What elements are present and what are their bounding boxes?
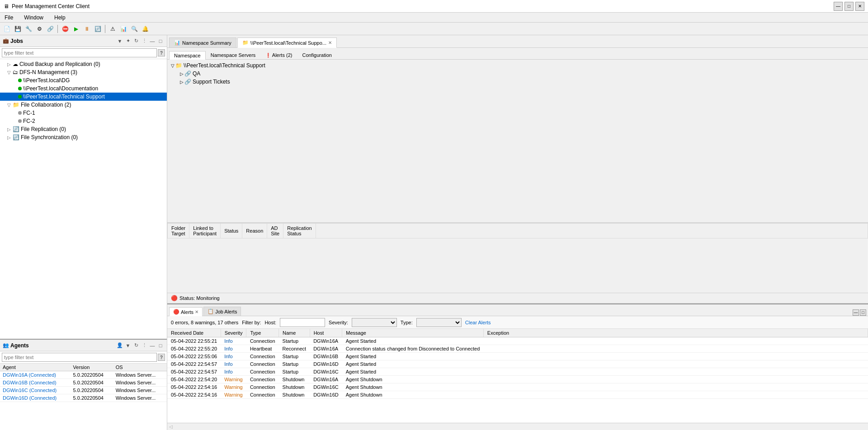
jobs-search-help[interactable]: ? — [158, 49, 165, 56]
ns-root-item[interactable]: ▽ 📁 \\PeerTest.local\Technical Support — [169, 61, 866, 70]
alerts-tab-alerts[interactable]: 🔴 Alerts ✕ — [169, 307, 203, 316]
alerts-tab-bar: 🔴 Alerts ✕ 📋 Job Alerts — □ — [167, 304, 868, 316]
menu-window[interactable]: Window — [21, 14, 46, 22]
alerts-hscroll[interactable]: ◁ — [167, 423, 868, 430]
severity-filter-select[interactable] — [352, 318, 397, 327]
content-tab-ns-servers[interactable]: Namespace Servers — [206, 51, 261, 59]
jobs-minimize-icon[interactable]: — — [149, 37, 156, 45]
toolbar-btn-5[interactable]: 🔗 — [45, 24, 55, 34]
tree-item-dg[interactable]: \\PeerTest.local\DG — [0, 76, 167, 84]
agents-col-version: Version — [71, 364, 113, 371]
alert-row[interactable]: 05-04-2022 22:55:21 Info Connection Star… — [167, 337, 868, 345]
alerts-col-severity: Severity — [221, 329, 246, 337]
toolbar-btn-4[interactable]: ⚙ — [34, 24, 44, 34]
agents-icon-add[interactable]: 👤 — [116, 342, 123, 349]
alert-icon: ❗ — [265, 53, 271, 58]
tree-item-fc2[interactable]: FC-2 — [0, 117, 167, 125]
alert-type: Connection — [246, 337, 279, 345]
alert-row[interactable]: 05-04-2022 22:55:20 Info Heartbeat Recon… — [167, 345, 868, 353]
toolbar-btn-2[interactable]: 💾 — [13, 24, 23, 34]
tree-item-cloud[interactable]: ▷ ☁ Cloud Backup and Replication (0) — [0, 60, 167, 68]
ns-qa-item[interactable]: ▷ 🔗 QA — [169, 70, 866, 78]
toolbar-btn-13[interactable]: 🔔 — [140, 24, 150, 34]
maximize-button[interactable]: □ — [844, 2, 854, 11]
alert-exception — [483, 337, 868, 345]
agent-name-cell[interactable]: DGWin16D (Connected) — [0, 394, 71, 402]
tab-namespace-summary[interactable]: 📊 Namespace Summary — [169, 37, 236, 47]
alert-row[interactable]: 05-04-2022 22:54:16 Warning Connection S… — [167, 383, 868, 391]
clear-alerts-link[interactable]: Clear Alerts — [465, 320, 491, 325]
toolbar-btn-3[interactable]: 🔧 — [24, 24, 33, 34]
agents-filter-icon[interactable]: ▼ — [124, 342, 132, 349]
ns-tickets-item[interactable]: ▷ 🔗 Support Tickets — [169, 78, 866, 86]
alerts-maximize[interactable]: □ — [860, 309, 866, 316]
toolbar-btn-1[interactable]: 📄 — [2, 24, 12, 34]
tree-item-fc[interactable]: ▽ 📁 File Collaboration (2) — [0, 101, 167, 109]
agent-row[interactable]: DGWin16D (Connected) 5.0.20220504 Window… — [0, 394, 167, 402]
close-button[interactable]: ✕ — [855, 2, 864, 11]
tab-techsup[interactable]: 📁 \\PeerTest.local\Technical Suppo... ✕ — [237, 37, 337, 48]
alert-row[interactable]: 05-04-2022 22:54:20 Warning Connection S… — [167, 376, 868, 383]
jobs-maximize-icon[interactable]: □ — [157, 37, 164, 45]
alert-exception — [483, 368, 868, 376]
toolbar-btn-7[interactable]: ▶ — [71, 24, 81, 34]
jobs-title: Jobs — [10, 38, 23, 44]
agents-search-bar: ? — [0, 351, 167, 364]
agent-name-cell[interactable]: DGWin16B (Connected) — [0, 379, 71, 387]
tree-item-docs[interactable]: \\PeerTest.local\Documentation — [0, 84, 167, 93]
content-tab-namespace-label: Namespace — [174, 53, 201, 58]
toolbar-btn-9[interactable]: 🔃 — [93, 24, 103, 34]
tree-label-fs: File Synchronization (0) — [21, 134, 78, 140]
tree-item-techsup[interactable]: \\PeerTest.local\Technical Support — [0, 93, 167, 101]
jobs-menu-icon[interactable]: ⋮ — [141, 37, 148, 45]
content-tab-alerts-label: Alerts (2) — [272, 52, 292, 58]
tree-item-fs[interactable]: ▷ 🔃 File Synchronization (0) — [0, 133, 167, 141]
agents-minimize-icon[interactable]: — — [149, 342, 156, 349]
agent-row[interactable]: DGWin16C (Connected) 5.0.20220504 Window… — [0, 387, 167, 394]
alert-date: 05-04-2022 22:54:16 — [167, 383, 221, 391]
tree-item-fc1[interactable]: FC-1 — [0, 109, 167, 117]
minimize-button[interactable]: — — [834, 2, 843, 11]
content-tab-alerts[interactable]: ❗ Alerts (2) — [260, 51, 297, 59]
alert-message: Agent Shutdown — [342, 383, 484, 391]
agents-search-input[interactable] — [2, 353, 157, 362]
content-tab-namespace[interactable]: Namespace — [169, 51, 206, 60]
alerts-tab-close[interactable]: ✕ — [195, 309, 198, 314]
agent-name-cell[interactable]: DGWin16C (Connected) — [0, 387, 71, 394]
menu-file[interactable]: File — [2, 14, 16, 22]
alert-type: Connection — [246, 368, 279, 376]
alerts-tab-job[interactable]: 📋 Job Alerts — [203, 307, 241, 316]
toolbar-btn-6[interactable]: ⛔ — [60, 24, 70, 34]
jobs-search-input[interactable] — [2, 48, 157, 57]
agents-maximize-icon[interactable]: □ — [157, 342, 164, 349]
toolbar-btn-12[interactable]: 🔍 — [129, 24, 139, 34]
tab-techsup-close[interactable]: ✕ — [328, 40, 332, 45]
jobs-add-icon[interactable]: ✦ — [124, 37, 132, 45]
alert-date: 05-04-2022 22:54:16 — [167, 391, 221, 399]
agent-row[interactable]: DGWin16A (Connected) 5.0.20220504 Window… — [0, 371, 167, 379]
tree-item-fr[interactable]: ▷ 🔄 File Replication (0) — [0, 125, 167, 133]
alert-row[interactable]: 05-04-2022 22:54:57 Info Connection Star… — [167, 368, 868, 376]
alerts-minimize[interactable]: — — [853, 309, 859, 316]
toolbar-btn-11[interactable]: 📊 — [118, 24, 128, 34]
agent-name-cell[interactable]: DGWin16A (Connected) — [0, 371, 71, 379]
agents-refresh-icon[interactable]: ↻ — [132, 342, 140, 349]
alert-row[interactable]: 05-04-2022 22:54:57 Info Connection Star… — [167, 360, 868, 368]
agents-menu-icon[interactable]: ⋮ — [141, 342, 148, 349]
type-filter-select[interactable] — [416, 318, 462, 327]
jobs-refresh-icon[interactable]: ↻ — [132, 37, 140, 45]
toolbar-btn-8[interactable]: ⏸ — [82, 24, 92, 34]
alert-row[interactable]: 05-04-2022 22:55:06 Info Connection Star… — [167, 353, 868, 360]
alerts-col-type: Type — [246, 329, 279, 337]
content-tab-config[interactable]: Configuration — [297, 51, 336, 59]
tree-item-dfsn[interactable]: ▽ 🗂 DFS-N Management (3) — [0, 68, 167, 76]
alerts-tab-icon: 🔴 — [173, 309, 179, 315]
agent-row[interactable]: DGWin16B (Connected) 5.0.20220504 Window… — [0, 379, 167, 387]
host-filter-input[interactable] — [280, 318, 325, 327]
toolbar-btn-10[interactable]: ⚠ — [108, 24, 118, 34]
alert-row[interactable]: 05-04-2022 22:54:16 Warning Connection S… — [167, 391, 868, 399]
jobs-filter-icon[interactable]: ▼ — [116, 37, 123, 45]
agents-search-help[interactable]: ? — [158, 354, 165, 361]
menu-help[interactable]: Help — [52, 14, 68, 22]
agents-title: Agents — [10, 342, 29, 349]
